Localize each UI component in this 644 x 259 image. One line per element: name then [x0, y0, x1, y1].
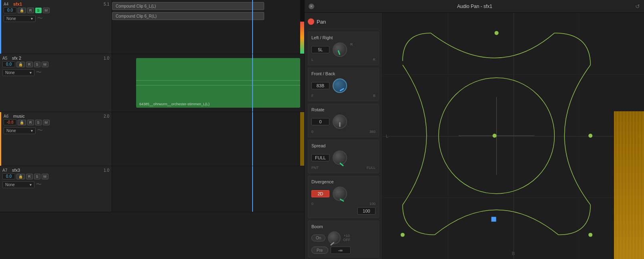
svg-point-4	[495, 31, 499, 35]
track-header-a5: A5 sfx 2 1.0 0.0 🔒 R S M None ▾ 〜	[0, 54, 112, 112]
volume-a5[interactable]: 0.0	[2, 61, 15, 67]
audio-pan-panel: ✕ Audio Pan - sfx1 ↺ Pan Left / Right 5L…	[304, 0, 644, 259]
m-btn-a7[interactable]: M	[42, 174, 49, 179]
track-list: A4 sfx1 5.1 0.0 🔒 R S M None ▾ 〜	[0, 0, 304, 259]
track-content-a5: 64385__ohrwurm__orchester-stimmen_L(L)	[112, 54, 304, 112]
clip-label-a5: 64385__ohrwurm__orchester-stimmen_L(L)	[139, 102, 210, 106]
divergence-knob[interactable]	[333, 187, 347, 201]
track-content-a6	[112, 112, 304, 166]
track-name-a4: sfx1	[13, 2, 102, 6]
track-channel-a4: 5.1	[104, 2, 109, 6]
spread-range: PNT FULL	[311, 166, 375, 170]
r-btn-a6[interactable]: R	[27, 120, 34, 125]
rotate-value[interactable]: 0	[311, 118, 329, 125]
boom-section: Boom On +10 OFF Pre -∞	[308, 221, 379, 257]
boom-controls-row: On +10 OFF	[311, 231, 375, 244]
svg-point-7	[588, 233, 592, 237]
track-channel-a6: 2.0	[104, 114, 109, 118]
s-btn-a4[interactable]: S	[35, 8, 42, 13]
pan-label: Pan	[317, 19, 326, 25]
front-back-range: F B	[311, 94, 375, 98]
panel-reset-button[interactable]: ↺	[635, 3, 640, 10]
playhead-a5	[252, 54, 253, 112]
wave-icon-a6: 〜	[37, 127, 43, 134]
pan-visualization	[383, 13, 644, 259]
panel-title: Audio Pan - sfx1	[317, 4, 632, 9]
wave-icon-a7: 〜	[36, 181, 42, 188]
volume-a4[interactable]: 0.0	[4, 7, 16, 13]
automation-a4[interactable]: None ▾	[4, 15, 36, 22]
track-header-a6: A6 music 2.0 -0.8 🔒 R S M None ▾ 〜	[0, 112, 112, 166]
track-content-a4: Compound Clip 6_L(L) Compound Clip 6_R(L…	[112, 0, 304, 54]
divergence-knob-indicator	[339, 199, 344, 202]
playhead	[252, 0, 253, 54]
track-name-a7: sfx3	[12, 168, 20, 173]
wave-icon-a5: 〜	[36, 69, 42, 76]
r-btn-a5[interactable]: R	[26, 62, 33, 67]
s-btn-a6[interactable]: S	[35, 120, 42, 125]
lock-btn-a5[interactable]: 🔒	[16, 62, 25, 67]
r-btn-a7[interactable]: R	[26, 174, 33, 179]
s-btn-a5[interactable]: S	[34, 62, 40, 67]
pan-toggle-dot[interactable]	[308, 18, 314, 25]
rotate-knob-row: 0	[311, 114, 375, 129]
compound-clip-a4-1[interactable]: Compound Clip 6_L(L)	[112, 2, 264, 10]
viz-area: L R B	[383, 13, 644, 259]
divergence-value2[interactable]: 100	[357, 207, 375, 215]
track-row-a5: A5 sfx 2 1.0 0.0 🔒 R S M None ▾ 〜	[0, 54, 304, 112]
spread-section: Spread FULL PNT FULL	[308, 140, 379, 173]
left-right-range-right: R	[350, 42, 353, 46]
volume-a6[interactable]: -0.8	[4, 119, 16, 125]
front-back-knob[interactable]	[333, 78, 347, 93]
automation-a7[interactable]: None ▾	[2, 181, 34, 188]
m-btn-a6[interactable]: M	[43, 120, 50, 125]
track-row-a6: A6 music 2.0 -0.8 🔒 R S M None ▾ 〜	[0, 112, 304, 166]
left-right-range: L R	[311, 58, 375, 62]
boom-knob-indicator	[330, 242, 335, 246]
green-clip-a5[interactable]: 64385__ohrwurm__orchester-stimmen_L(L)	[136, 58, 300, 108]
rotate-label: Rotate	[311, 107, 375, 112]
automation-a5[interactable]: None ▾	[2, 69, 34, 76]
s-btn-a7[interactable]: S	[34, 174, 40, 179]
track-id-a4: A4	[4, 2, 12, 6]
svg-rect-8	[492, 217, 496, 222]
automation-a6[interactable]: None ▾	[4, 127, 36, 134]
divergence-value[interactable]: 2D	[311, 190, 329, 197]
front-back-label: Front / Back	[311, 71, 375, 76]
rotate-section: Rotate 0 0 360	[308, 104, 379, 137]
vol-meter-a4	[300, 0, 304, 54]
spread-value[interactable]: FULL	[311, 154, 329, 161]
m-btn-a4[interactable]: M	[43, 8, 50, 13]
clip-area-a4: Compound Clip 6_L(L) Compound Clip 6_R(L…	[112, 0, 304, 54]
rotate-range: 0 360	[311, 130, 375, 134]
boom-value[interactable]: -∞	[331, 247, 351, 254]
rotate-knob[interactable]	[333, 114, 347, 129]
front-back-value[interactable]: 83B	[311, 82, 329, 89]
left-right-knob[interactable]	[333, 42, 347, 57]
volume-a7[interactable]: 0.0	[2, 173, 15, 179]
boom-on-button[interactable]: On	[311, 235, 325, 241]
lock-btn-a7[interactable]: 🔒	[16, 174, 25, 179]
left-right-value[interactable]: 5L	[311, 46, 329, 53]
track-header-a4: A4 sfx1 5.1 0.0 🔒 R S M None ▾ 〜	[0, 0, 112, 54]
svg-point-6	[401, 233, 405, 237]
rotate-knob-indicator	[339, 122, 341, 127]
left-right-section: Left / Right 5L R L R	[308, 32, 379, 65]
track-name-a5: sfx 2	[12, 56, 21, 60]
boom-range: +10 OFF	[343, 234, 350, 242]
r-btn-a4[interactable]: R	[27, 8, 34, 13]
panel-close-button[interactable]: ✕	[309, 4, 314, 9]
panel-body: Pan Left / Right 5L R L R	[305, 13, 644, 259]
spread-knob[interactable]	[333, 151, 347, 165]
svg-point-3	[493, 134, 497, 138]
track-row-a4: A4 sfx1 5.1 0.0 🔒 R S M None ▾ 〜	[0, 0, 304, 54]
left-right-knob-row: 5L R	[311, 42, 375, 57]
compound-clip-a4-2[interactable]: Compound Clip 6_R(L)	[112, 12, 264, 20]
boom-knob[interactable]	[328, 231, 341, 244]
lock-btn-a6[interactable]: 🔒	[18, 120, 26, 125]
track-id-a7: A7	[2, 168, 10, 173]
left-right-knob-indicator	[337, 50, 340, 55]
boom-pre-button[interactable]: Pre	[311, 247, 328, 254]
lock-btn-a4[interactable]: 🔒	[18, 8, 26, 13]
m-btn-a5[interactable]: M	[42, 62, 49, 67]
